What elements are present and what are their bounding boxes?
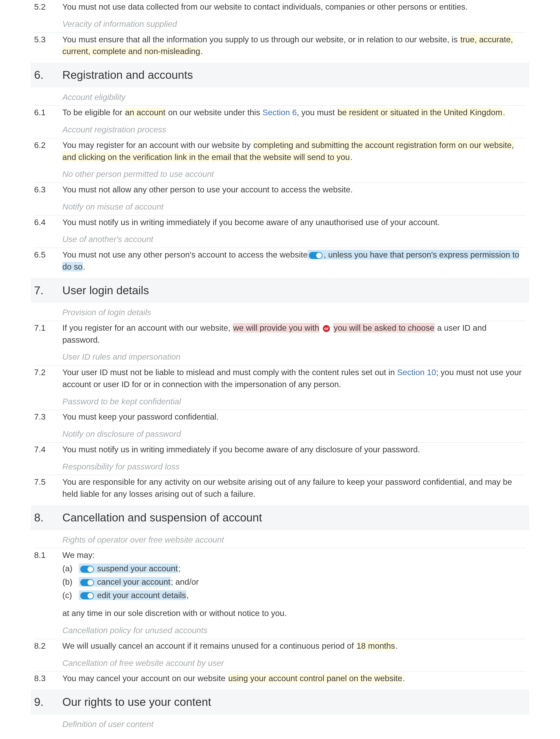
editable-field[interactable]: be resident or situated in the United Ki… [337, 108, 503, 117]
note-text: Account eligibility [62, 91, 526, 103]
clause-6-1: 6.1 To be eligible for an account on our… [34, 106, 526, 122]
clause-text: You are responsible for any activity on … [62, 476, 526, 500]
note-text: Notify on disclosure of password [62, 428, 526, 440]
cross-reference[interactable]: Section 10 [397, 367, 436, 377]
alternative-option[interactable]: you will be asked to choose [333, 323, 435, 332]
toggle-icon[interactable] [80, 579, 94, 586]
clause-text: We may: (a) suspend your account; (b) ca… [62, 549, 526, 619]
clause-5-3: 5.3 You must ensure that all the informa… [34, 33, 526, 61]
note-notify-misuse: Notify on misuse of account [34, 199, 526, 215]
note-text: Use of another's account [62, 233, 526, 245]
clause-number: 6.1 [34, 107, 62, 119]
list-item: (c) edit your account details, [62, 589, 526, 601]
section-title: Our rights to use your content [62, 694, 526, 710]
note-text: Account registration process [62, 124, 526, 136]
section-7-header: 7. User login details [31, 278, 529, 303]
note-text: Rights of operator over free website acc… [62, 534, 526, 546]
or-icon[interactable]: or [323, 325, 330, 332]
toggle-icon[interactable] [80, 566, 94, 573]
clause-text: You must ensure that all the information… [62, 34, 526, 57]
clause-number: 6.4 [34, 216, 62, 229]
clause-7-4: 7.4 You must notify us in writing immedi… [34, 443, 526, 459]
clause-number: 6.5 [34, 249, 62, 273]
editable-field[interactable]: an account [125, 108, 166, 117]
section-title: User login details [62, 282, 526, 299]
clause-text: Your user ID must not be liable to misle… [62, 366, 526, 391]
section-9-header: 9. Our rights to use your content [31, 690, 529, 715]
clause-7-5: 7.5 You are responsible for any activity… [34, 475, 526, 503]
clause-number: 8.3 [34, 673, 62, 685]
clause-text: You may cancel your account on our websi… [62, 673, 526, 685]
clause-6-4: 6.4 You must notify us in writing immedi… [34, 215, 526, 232]
clause-text: You must keep your password confidential… [62, 411, 526, 423]
note-registration-process: Account registration process [34, 122, 526, 138]
section-number: 9. [34, 694, 62, 710]
list-item: (a) suspend your account; [62, 563, 526, 575]
note-text: Password to be kept confidential [62, 396, 526, 408]
clause-number: 7.2 [34, 366, 62, 391]
clause-text: You must not use data collected from our… [62, 1, 526, 13]
optional-clause: suspend your account [79, 564, 178, 573]
clause-text: You must notify us in writing immediatel… [62, 216, 526, 229]
clause-8-1: 8.1 We may: (a) suspend your account; (b… [34, 548, 526, 623]
section-number: 8. [34, 509, 62, 526]
note-definition-user-content: Definition of user content [34, 716, 526, 733]
note-account-eligibility: Account eligibility [34, 90, 526, 106]
clause-number: 5.3 [34, 34, 62, 57]
note-responsibility-loss: Responsibility for password loss [34, 459, 526, 475]
note-text: Provision of login details [62, 306, 526, 318]
note-text: No other person permitted to use account [62, 168, 526, 180]
note-text: Notify on misuse of account [62, 201, 526, 213]
clause-text: We will usually cancel an account if it … [62, 640, 526, 652]
clause-8-2: 8.2 We will usually cancel an account if… [34, 639, 526, 655]
clause-number: 8.2 [34, 640, 62, 652]
clause-6-2: 6.2 You may register for an account with… [34, 138, 526, 166]
clause-number: 7.4 [34, 444, 62, 456]
note-cancellation-user: Cancellation of free website account by … [34, 655, 526, 672]
section-6-header: 6. Registration and accounts [31, 62, 529, 88]
clause-text: You may register for an account with our… [62, 139, 526, 163]
note-text: Responsibility for password loss [62, 461, 526, 473]
note-userid-rules: User ID rules and impersonation [34, 349, 526, 365]
section-8-header: 8. Cancellation and suspension of accoun… [31, 505, 529, 530]
note-provision-login: Provision of login details [34, 305, 526, 321]
section-number: 7. [34, 282, 62, 299]
note-rights-operator: Rights of operator over free website acc… [34, 532, 526, 549]
note-text: Cancellation of free website account by … [62, 657, 526, 669]
toggle-icon[interactable] [309, 252, 322, 259]
note-no-other-person: No other person permitted to use account [34, 166, 526, 183]
clause-number: 7.5 [34, 476, 62, 500]
clause-8-3: 8.3 You may cancel your account on our w… [34, 672, 526, 688]
note-notify-disclosure: Notify on disclosure of password [34, 426, 526, 443]
note-password-confidential: Password to be kept confidential [34, 394, 526, 410]
clause-text: To be eligible for an account on our web… [62, 107, 526, 119]
section-title: Cancellation and suspension of account [62, 509, 526, 526]
note-use-another-account: Use of another's account [34, 232, 526, 248]
clause-7-2: 7.2 Your user ID must not be liable to m… [34, 365, 526, 394]
clause-6-5: 6.5 You must not use any other person's … [34, 248, 526, 276]
clause-number: 5.2 [34, 1, 62, 13]
clause-text: You must not use any other person's acco… [62, 249, 526, 273]
alternative-option[interactable]: we will provide you with [233, 323, 320, 332]
note-text: Definition of user content [62, 718, 526, 730]
clause-number: 7.1 [34, 322, 62, 346]
optional-clause: edit your account details [79, 590, 186, 600]
note-text: User ID rules and impersonation [62, 351, 526, 363]
section-number: 6. [34, 67, 62, 83]
cross-reference[interactable]: Section 6 [262, 108, 297, 117]
clause-number: 8.1 [34, 549, 62, 619]
editable-field[interactable]: using your account control panel on the … [228, 674, 403, 683]
clause-text: If you register for an account with our … [62, 322, 526, 346]
note-text: Cancellation policy for unused accounts [62, 624, 526, 636]
clause-number: 6.2 [34, 139, 62, 163]
clause-number: 7.3 [34, 411, 62, 423]
editable-field[interactable]: 18 months [356, 641, 395, 650]
toggle-icon[interactable] [80, 592, 94, 599]
clause-6-3: 6.3 You must not allow any other person … [34, 183, 526, 199]
clause-number: 6.3 [34, 184, 62, 196]
section-title: Registration and accounts [62, 67, 526, 83]
clause-7-3: 7.3 You must keep your password confiden… [34, 410, 526, 426]
clause-7-1: 7.1 If you register for an account with … [34, 321, 526, 349]
note-veracity: Veracity of information supplied [34, 16, 526, 33]
optional-clause: cancel your account [79, 577, 171, 587]
